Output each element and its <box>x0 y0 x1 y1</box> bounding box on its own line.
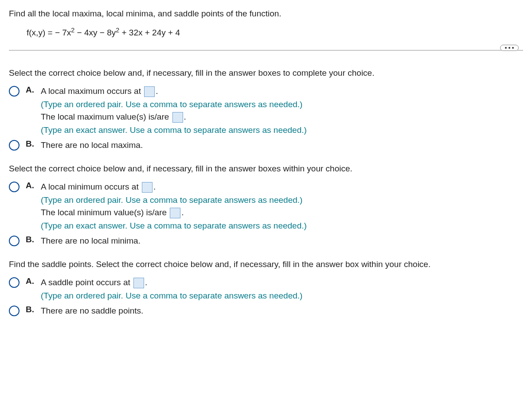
function-expression: f(x,y) = − 7x2 − 4xy − 8y2 + 32x + 24y +… <box>27 27 523 38</box>
choice-label-b: B. <box>26 235 36 244</box>
saddle-choice-b[interactable]: B. There are no saddle points. <box>9 305 523 317</box>
hint-text: (Type an ordered pair. Use a comma to se… <box>41 194 523 206</box>
answer-input[interactable] <box>142 182 153 193</box>
answer-input[interactable] <box>144 86 155 97</box>
minima-choice-a[interactable]: A. A local minimum occurs at . (Type an … <box>9 181 523 232</box>
choice-label-b: B. <box>26 139 36 149</box>
divider <box>9 50 523 50</box>
choice-text: There are no local minima. <box>41 235 523 247</box>
minima-choice-b[interactable]: B. There are no local minima. <box>9 235 523 247</box>
choice-label-a: A. <box>26 181 36 190</box>
radio-icon[interactable] <box>9 306 20 316</box>
answer-input[interactable] <box>133 278 144 288</box>
radio-icon[interactable] <box>9 140 20 151</box>
hint-text: (Type an ordered pair. Use a comma to se… <box>41 290 523 302</box>
answer-input[interactable] <box>170 208 180 218</box>
radio-icon[interactable] <box>9 277 20 288</box>
maxima-choice-a[interactable]: A. A local maximum occurs at . (Type an … <box>9 85 523 136</box>
maxima-choice-b[interactable]: B. There are no local maxima. <box>9 139 523 151</box>
radio-icon[interactable] <box>9 182 20 192</box>
hint-text: (Type an exact answer. Use a comma to se… <box>41 220 523 232</box>
more-options-button[interactable] <box>500 45 519 51</box>
saddle-prompt: Find the saddle points. Select the corre… <box>9 260 523 269</box>
minima-prompt: Select the correct choice below and, if … <box>9 164 523 174</box>
question-intro: Find all the local maxima, local minima,… <box>9 9 523 19</box>
choice-label-a: A. <box>26 276 36 286</box>
radio-icon[interactable] <box>9 86 20 97</box>
choice-text: There are no saddle points. <box>41 305 523 317</box>
maxima-prompt: Select the correct choice below and, if … <box>9 68 523 78</box>
choice-label-a: A. <box>26 85 36 95</box>
choice-text: There are no local maxima. <box>41 139 523 151</box>
choice-label-b: B. <box>26 305 36 314</box>
hint-text: (Type an ordered pair. Use a comma to se… <box>41 98 523 111</box>
radio-icon[interactable] <box>9 236 20 246</box>
answer-input[interactable] <box>172 112 183 123</box>
saddle-choice-a[interactable]: A. A saddle point occurs at . (Type an o… <box>9 276 523 302</box>
hint-text: (Type an exact answer. Use a comma to se… <box>41 124 523 136</box>
